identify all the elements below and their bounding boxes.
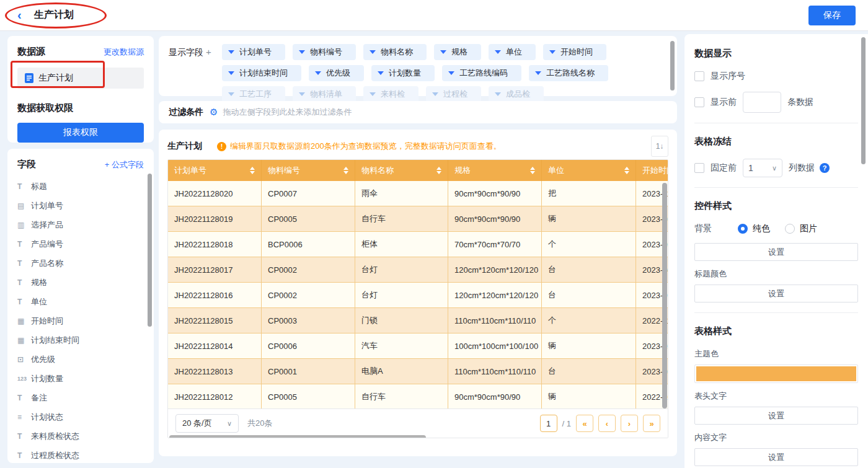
next-page-button[interactable]: › [621,415,638,432]
content-text-set-button[interactable]: 设置 [694,448,858,466]
sort-icon[interactable] [343,167,348,174]
field-item[interactable]: T产品编号 [17,234,144,254]
back-icon[interactable]: ‹ [17,8,22,22]
show-first-checkbox[interactable] [694,97,704,107]
preview-notice: ! 编辑界面只取数据源前200条作为查询数据预览，完整数据请访问页面查看。 [217,141,502,152]
table-row[interactable]: JH20221128014CP0006汽车100cm*100cm*100/100… [168,333,668,359]
sort-icon[interactable] [436,167,441,174]
display-field-tag[interactable]: 物料清单 [293,86,356,102]
text-icon: T [17,240,31,249]
add-display-field-icon[interactable]: + [206,46,211,57]
display-field-tag[interactable]: 工艺工序 [222,86,285,102]
table-vertical-scrollbar[interactable] [662,183,667,408]
filter-card[interactable]: 过滤条件 ⚙ 拖动左侧字段到此处来添加过滤条件 [159,101,677,123]
fields-scrollbar[interactable] [148,174,152,327]
table-row[interactable]: JH20221128019CP0005自行车90cm*90cm*90/90辆20… [168,206,668,232]
field-item[interactable]: T规格 [17,273,144,292]
column-header[interactable]: 计划单号 [168,160,262,181]
gear-icon[interactable]: ⚙ [210,107,218,118]
table-cell: 柜体 [355,232,448,257]
background-set-button[interactable]: 设置 [694,243,858,261]
field-item[interactable]: ▦开始时间 [17,311,144,330]
display-field-tag[interactable]: 开始时间 [543,44,606,60]
total-pages: / 1 [562,419,571,428]
display-field-tag[interactable]: 来料检 [363,86,418,102]
sort-tool-button[interactable]: 1↓ [651,136,668,157]
column-header[interactable]: 开始时间 [636,160,668,181]
table-row[interactable]: JH20221128018BCP0006柜体70cm*70cm*70/70个20… [168,232,668,257]
field-item[interactable]: T单位 [17,292,144,311]
display-field-tag[interactable]: 物料编号 [293,44,356,60]
table-row[interactable]: JH20221128013CP0001电脑A110cm*110cm*110/11… [168,359,668,384]
field-item[interactable]: ≡计划状态 [17,407,144,426]
table-horizontal-scrollbar[interactable] [169,435,426,438]
table-row[interactable]: JH20221128017CP0002台灯120cm*120cm*120/120… [168,257,668,283]
theme-color-picker[interactable] [694,364,858,383]
display-field-tag[interactable]: 工艺路线名称 [529,65,608,81]
prev-page-button[interactable]: ‹ [598,415,616,432]
title-color-set-button[interactable]: 设置 [694,285,858,302]
display-fields-scrollbar[interactable] [670,41,675,91]
display-field-tag[interactable]: 过程检 [426,86,481,102]
show-index-checkbox[interactable] [694,71,704,81]
field-item[interactable]: ▥选择产品 [17,215,144,234]
tag-row: 计划单号物料编号物料名称规格单位开始时间 [222,44,667,60]
display-field-tag[interactable]: 单位 [489,44,536,60]
datasource-item[interactable]: 生产计划 [17,68,144,89]
sort-desc-icon [343,171,348,174]
page-number-input[interactable] [540,415,557,432]
pagination-bar: 20 条/页 ∨ 共20条 / 1 « ‹ › » [168,408,668,438]
sort-icon[interactable] [624,167,629,174]
sort-icon[interactable] [250,167,255,174]
field-item[interactable]: ⊡优先级 [17,350,144,369]
field-item[interactable]: T过程质检状态 [17,446,144,465]
show-first-input[interactable] [743,92,781,113]
table-row[interactable]: JH20221128015CP0003门锁110cm*110cm*110/110… [168,308,668,333]
image-radio[interactable] [785,224,795,234]
display-field-tag[interactable]: 规格 [434,44,481,60]
header-text-set-button[interactable]: 设置 [694,407,858,425]
display-field-tag[interactable]: 成品检 [489,86,544,102]
freeze-count-select[interactable]: 1 ∨ [743,159,782,177]
style-panel-scrollbar[interactable] [861,37,866,164]
display-field-tag[interactable]: 计划单号 [222,44,285,60]
sort-icon[interactable] [530,167,535,174]
solid-color-radio[interactable] [738,224,748,234]
freeze-checkbox[interactable] [694,163,704,173]
field-item[interactable]: 123计划数量 [17,369,144,388]
display-field-tag[interactable]: 优先级 [309,65,364,81]
display-field-tag[interactable]: 计划数量 [371,65,435,81]
help-icon[interactable]: ? [820,163,830,173]
column-header[interactable]: 规格 [448,160,542,181]
table-cell: 把 [542,181,636,206]
field-item-label: 选择产品 [31,219,63,231]
field-item[interactable]: T产品名称 [17,254,144,273]
table-row[interactable]: JH20221128012CP0005自行车90cm*90cm*90/90辆20… [168,384,668,410]
report-permission-button[interactable]: 报表权限 [17,123,144,143]
table-cell: CP0003 [262,308,355,333]
column-header[interactable]: 单位 [542,160,636,181]
field-item[interactable]: ▦计划结束时间 [17,330,144,350]
table-row[interactable]: JH20221128020CP0007雨伞90cm*90cm*90/90把202… [168,181,668,206]
add-formula-field-link[interactable]: + 公式字段 [105,159,144,170]
display-field-tag[interactable]: 物料名称 [363,44,427,60]
display-field-tag[interactable]: 计划结束时间 [222,65,301,81]
table-cell: JH20221128013 [168,359,262,384]
field-item-label: 规格 [31,277,47,288]
field-item[interactable]: T来料质检状态 [17,426,144,446]
field-item[interactable]: T备注 [17,388,144,407]
field-item[interactable]: ▤计划单号 [17,196,144,215]
table-cell: CP0002 [262,257,355,283]
last-page-button[interactable]: » [643,415,660,432]
table-row[interactable]: JH20221128016CP0002台灯120cm*120cm*120/120… [168,283,668,308]
page-size-select[interactable]: 20 条/页 ∨ [175,414,239,433]
save-button[interactable]: 保存 [808,6,856,25]
field-item[interactable]: T标题 [17,177,144,196]
change-datasource-link[interactable]: 更改数据源 [104,46,144,58]
table-cell: 120cm*120cm*120/120 [448,283,542,308]
display-field-tag[interactable]: 工艺路线编码 [442,65,521,81]
first-page-button[interactable]: « [576,415,593,432]
tag-label: 物料编号 [310,46,342,58]
column-header[interactable]: 物料编号 [262,160,355,181]
column-header[interactable]: 物料名称 [355,160,448,181]
